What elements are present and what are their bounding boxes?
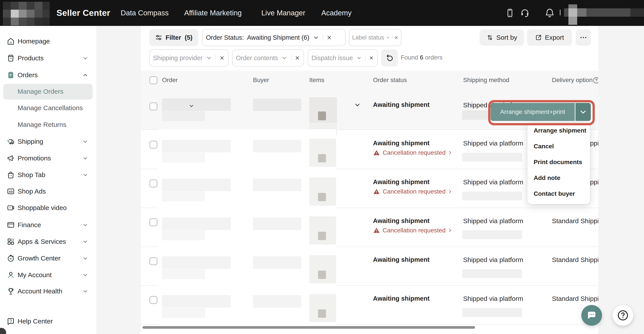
svg-text:AD: AD	[9, 190, 13, 193]
